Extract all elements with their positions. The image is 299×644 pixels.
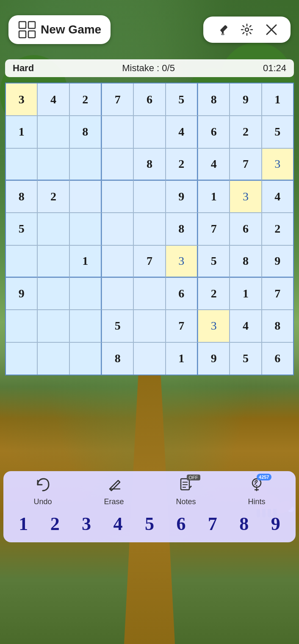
grid-cell-4-2[interactable] <box>69 213 102 245</box>
grid-cell-6-1[interactable] <box>37 278 69 310</box>
grid-cell-2-1[interactable] <box>37 148 69 180</box>
grid-cell-5-6[interactable]: 5 <box>198 245 230 278</box>
number-button-3[interactable]: 3 <box>78 511 94 536</box>
grid-cell-5-4[interactable]: 7 <box>133 245 165 278</box>
grid-cell-5-2[interactable]: 1 <box>69 245 102 278</box>
grid-cell-3-2[interactable] <box>69 180 102 213</box>
grid-cell-3-3[interactable] <box>102 180 133 213</box>
settings-button[interactable] <box>235 21 259 39</box>
grid-cell-5-8[interactable]: 9 <box>262 245 293 278</box>
grid-cell-4-8[interactable]: 2 <box>262 213 293 245</box>
grid-cell-8-7[interactable]: 5 <box>230 342 261 375</box>
grid-cell-6-5[interactable]: 6 <box>166 278 198 310</box>
grid-cell-8-1[interactable] <box>37 342 69 375</box>
grid-cell-0-4[interactable]: 6 <box>133 83 165 116</box>
grid-cell-8-0[interactable] <box>6 342 37 375</box>
grid-cell-2-5[interactable]: 2 <box>166 148 198 180</box>
grid-cell-1-1[interactable] <box>37 116 69 148</box>
grid-cell-0-7[interactable]: 9 <box>230 83 261 116</box>
grid-cell-6-4[interactable] <box>133 278 165 310</box>
hints-button[interactable]: 4257 Hints <box>248 477 265 506</box>
grid-cell-7-6[interactable]: 3 <box>198 310 230 342</box>
grid-cell-3-7[interactable]: 3 <box>230 180 261 213</box>
number-button-2[interactable]: 2 <box>47 511 63 536</box>
svg-rect-1 <box>28 22 35 28</box>
grid-cell-0-1[interactable]: 4 <box>37 83 69 116</box>
grid-cell-2-4[interactable]: 8 <box>133 148 165 180</box>
grid-cell-7-0[interactable] <box>6 310 37 342</box>
grid-cell-8-2[interactable] <box>69 342 102 375</box>
undo-button[interactable]: Undo <box>33 477 52 506</box>
grid-cell-7-4[interactable] <box>133 310 165 342</box>
paint-button[interactable] <box>210 21 235 39</box>
grid-cell-0-3[interactable]: 7 <box>102 83 133 116</box>
number-button-4[interactable]: 4 <box>110 511 126 536</box>
grid-cell-5-5[interactable]: 3 <box>166 245 198 278</box>
grid-cell-8-3[interactable]: 8 <box>102 342 133 375</box>
number-button-8[interactable]: 8 <box>236 511 252 536</box>
grid-cell-4-5[interactable]: 8 <box>166 213 198 245</box>
new-game-button[interactable]: New Game <box>8 15 111 44</box>
grid-cell-2-8[interactable]: 3 <box>262 148 293 180</box>
number-button-6[interactable]: 6 <box>173 511 189 536</box>
grid-cell-4-7[interactable]: 6 <box>230 213 261 245</box>
grid-cell-8-8[interactable]: 6 <box>262 342 293 375</box>
grid-cell-5-0[interactable] <box>6 245 37 278</box>
grid-cell-3-6[interactable]: 1 <box>198 180 230 213</box>
grid-cell-4-1[interactable] <box>37 213 69 245</box>
grid-cell-8-4[interactable] <box>133 342 165 375</box>
number-button-5[interactable]: 5 <box>141 511 158 536</box>
number-button-7[interactable]: 7 <box>205 511 221 536</box>
grid-cell-8-5[interactable]: 1 <box>166 342 198 375</box>
grid-cell-4-3[interactable] <box>102 213 133 245</box>
grid-cell-5-7[interactable]: 8 <box>230 245 261 278</box>
grid-cell-0-6[interactable]: 8 <box>198 83 230 116</box>
grid-cell-3-0[interactable]: 8 <box>6 180 37 213</box>
grid-cell-5-1[interactable] <box>37 245 69 278</box>
grid-cell-1-6[interactable]: 6 <box>198 116 230 148</box>
grid-cell-2-2[interactable] <box>69 148 102 180</box>
grid-cell-2-7[interactable]: 7 <box>230 148 261 180</box>
grid-cell-7-7[interactable]: 4 <box>230 310 261 342</box>
grid-cell-2-0[interactable] <box>6 148 37 180</box>
grid-cell-7-8[interactable]: 8 <box>262 310 293 342</box>
grid-cell-1-7[interactable]: 2 <box>230 116 261 148</box>
grid-cell-3-4[interactable] <box>133 180 165 213</box>
grid-cell-8-6[interactable]: 9 <box>198 342 230 375</box>
grid-cell-1-5[interactable]: 4 <box>166 116 198 148</box>
grid-cell-1-8[interactable]: 5 <box>262 116 293 148</box>
grid-cell-0-5[interactable]: 5 <box>166 83 198 116</box>
grid-cell-2-6[interactable]: 4 <box>198 148 230 180</box>
grid-cell-4-4[interactable] <box>133 213 165 245</box>
grid-cell-3-8[interactable]: 4 <box>262 180 293 213</box>
number-button-1[interactable]: 1 <box>15 511 31 536</box>
erase-button[interactable]: Erase <box>104 477 124 506</box>
grid-cell-1-3[interactable] <box>102 116 133 148</box>
number-button-9[interactable]: 9 <box>268 511 284 536</box>
grid-cell-6-7[interactable]: 1 <box>230 278 261 310</box>
grid-cell-1-0[interactable]: 1 <box>6 116 37 148</box>
notes-button[interactable]: OFF Notes <box>176 477 196 506</box>
grid-cell-6-6[interactable]: 2 <box>198 278 230 310</box>
top-right-controls <box>203 17 291 43</box>
grid-cell-1-2[interactable]: 8 <box>69 116 102 148</box>
grid-cell-0-2[interactable]: 2 <box>69 83 102 116</box>
grid-cell-7-2[interactable] <box>69 310 102 342</box>
grid-cell-4-0[interactable]: 5 <box>6 213 37 245</box>
grid-cell-7-1[interactable] <box>37 310 69 342</box>
grid-cell-7-5[interactable]: 7 <box>166 310 198 342</box>
grid-cell-6-3[interactable] <box>102 278 133 310</box>
grid-cell-6-8[interactable]: 7 <box>262 278 293 310</box>
grid-cell-4-6[interactable]: 7 <box>198 213 230 245</box>
grid-cell-3-5[interactable]: 9 <box>166 180 198 213</box>
grid-cell-0-8[interactable]: 1 <box>262 83 293 116</box>
grid-cell-6-0[interactable]: 9 <box>6 278 37 310</box>
grid-cell-1-4[interactable] <box>133 116 165 148</box>
grid-cell-3-1[interactable]: 2 <box>37 180 69 213</box>
grid-cell-2-3[interactable] <box>102 148 133 180</box>
grid-cell-6-2[interactable] <box>69 278 102 310</box>
grid-cell-5-3[interactable] <box>102 245 133 278</box>
grid-cell-7-3[interactable]: 5 <box>102 310 133 342</box>
grid-cell-0-0[interactable]: 3 <box>6 83 37 116</box>
close-button[interactable] <box>259 21 284 39</box>
